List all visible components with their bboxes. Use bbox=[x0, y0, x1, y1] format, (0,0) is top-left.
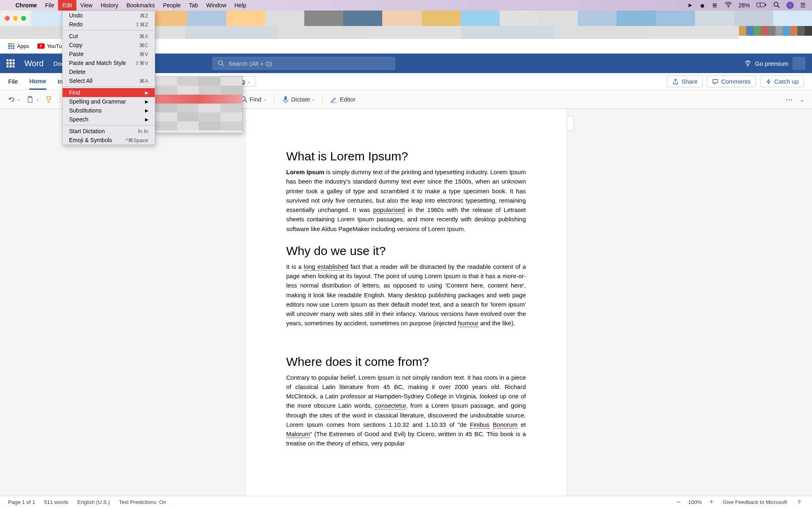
collapse-ribbon-button[interactable]: ⌄ bbox=[800, 96, 805, 103]
avatar[interactable] bbox=[793, 57, 806, 70]
page-indicator[interactable]: Page 1 of 1 bbox=[8, 499, 35, 505]
share-icon bbox=[672, 78, 679, 85]
menu-copy[interactable]: Copy⌘C bbox=[63, 41, 155, 50]
help-button[interactable]: ? bbox=[795, 499, 804, 505]
menu-separator bbox=[63, 86, 155, 87]
menu-speech[interactable]: Speech▶ bbox=[63, 115, 155, 124]
wifi-icon[interactable] bbox=[725, 2, 732, 9]
editor-icon bbox=[330, 95, 338, 104]
apps-icon bbox=[8, 43, 15, 50]
battery-percent: 28% bbox=[738, 2, 750, 9]
menu-window[interactable]: Window bbox=[202, 0, 230, 11]
svg-line-6 bbox=[222, 65, 224, 67]
app-name[interactable]: Chrome bbox=[11, 2, 41, 9]
find-button[interactable]: Find⌄ bbox=[240, 95, 266, 104]
doc-paragraph-2[interactable]: It is a long established fact that a rea… bbox=[286, 262, 526, 328]
tab-home[interactable]: Home bbox=[29, 73, 46, 90]
menu-paste[interactable]: Paste⌘V bbox=[63, 50, 155, 58]
menu-paste-match[interactable]: Paste and Match Style⇧⌘V bbox=[63, 58, 155, 67]
document-page[interactable]: What is Lorem Ipsum? Lorem Ipsum is simp… bbox=[246, 109, 567, 499]
svg-point-3 bbox=[774, 2, 778, 6]
menu-find[interactable]: Find▶ bbox=[63, 88, 155, 97]
doc-heading-1[interactable]: What is Lorem Ipsum? bbox=[286, 149, 526, 163]
language-indicator[interactable]: English (U.S.) bbox=[77, 499, 110, 505]
status-bar: Page 1 of 1 511 words English (U.S.) Tex… bbox=[0, 496, 812, 508]
comments-button[interactable]: Comments bbox=[707, 76, 756, 87]
text-predictions-indicator[interactable]: Text Predictions: On bbox=[119, 499, 166, 505]
zoom-in-button[interactable]: + bbox=[708, 498, 716, 506]
maximize-window-button[interactable] bbox=[21, 16, 26, 21]
app-launcher-icon[interactable] bbox=[6, 59, 15, 67]
extension-icons[interactable] bbox=[739, 26, 812, 36]
menu-tab[interactable]: Tab bbox=[185, 0, 202, 11]
svg-point-5 bbox=[218, 61, 222, 65]
tab-file[interactable]: File bbox=[8, 73, 18, 90]
menu-redo[interactable]: Redo⇧⌘Z bbox=[63, 20, 155, 29]
feedback-link[interactable]: Give Feedback to Microsoft bbox=[723, 499, 787, 505]
battery-charging-icon[interactable] bbox=[756, 2, 767, 9]
menu-help[interactable]: Help bbox=[230, 0, 250, 11]
search-input[interactable]: Search (Alt + Q) bbox=[212, 57, 395, 70]
ruler-tab[interactable] bbox=[567, 116, 574, 131]
paste-button[interactable]: ⌄ bbox=[26, 95, 39, 104]
menu-emoji[interactable]: Emoji & Symbols^⌘Space bbox=[63, 136, 155, 145]
find-submenu[interactable] bbox=[155, 76, 243, 133]
go-premium-button[interactable]: Go premium bbox=[744, 60, 788, 67]
share-button[interactable]: Share bbox=[667, 76, 703, 87]
menu-dictation[interactable]: Start Dictationfn fn bbox=[63, 127, 155, 136]
chevron-right-icon: ▶ bbox=[145, 117, 148, 122]
search-icon[interactable] bbox=[773, 2, 780, 9]
undo-button[interactable]: ⌄ bbox=[7, 95, 20, 104]
word-brand[interactable]: Word bbox=[24, 59, 43, 68]
dictate-button[interactable]: Dictate⌄ bbox=[281, 95, 315, 104]
editor-button[interactable]: Editor bbox=[330, 95, 355, 104]
chevron-right-icon: ▶ bbox=[145, 108, 148, 113]
catchup-button[interactable]: Catch up bbox=[760, 76, 804, 87]
menu-undo[interactable]: Undo⌘Z bbox=[63, 11, 155, 20]
document-canvas[interactable]: What is Lorem Ipsum? Lorem Ipsum is simp… bbox=[0, 109, 812, 499]
menu-separator bbox=[63, 125, 155, 125]
lightning-icon bbox=[765, 78, 772, 85]
apps-label: Apps bbox=[17, 43, 29, 49]
menu-view[interactable]: View bbox=[76, 0, 97, 11]
menu-delete[interactable]: Delete bbox=[63, 67, 155, 76]
svg-rect-2 bbox=[765, 4, 766, 6]
quickshare-icon[interactable]: ➤ bbox=[687, 2, 693, 9]
comment-icon bbox=[712, 78, 719, 85]
menu-edit[interactable]: Edit bbox=[58, 0, 76, 11]
menu-people[interactable]: People bbox=[159, 0, 185, 11]
minimize-window-button[interactable] bbox=[13, 16, 18, 21]
zoom-controls: − 100% + bbox=[674, 498, 715, 506]
search-placeholder: Search (Alt + Q) bbox=[228, 60, 272, 67]
control-center-icon[interactable]: ☰ bbox=[800, 2, 806, 9]
zoom-out-button[interactable]: − bbox=[674, 498, 682, 506]
doc-paragraph-3[interactable]: Contrary to popular belief, Lorem Ipsum … bbox=[286, 373, 526, 448]
doc-heading-3[interactable]: Where does it come from? bbox=[286, 355, 526, 369]
close-window-button[interactable] bbox=[5, 16, 10, 21]
menu-cut[interactable]: Cut⌘X bbox=[63, 32, 155, 41]
menu-spelling[interactable]: Spelling and Grammar▶ bbox=[63, 97, 155, 106]
menu-separator bbox=[63, 30, 155, 30]
word-count[interactable]: 511 words bbox=[44, 499, 69, 505]
menu-select-all[interactable]: Select All⌘A bbox=[63, 76, 155, 85]
format-painter-button[interactable] bbox=[45, 95, 53, 104]
zoom-level[interactable]: 100% bbox=[688, 499, 702, 505]
menu-bookmarks[interactable]: Bookmarks bbox=[122, 0, 159, 11]
mic-icon bbox=[281, 95, 290, 104]
apps-shortcut[interactable]: Apps bbox=[8, 43, 29, 50]
menu-history[interactable]: History bbox=[97, 0, 123, 11]
shield-icon[interactable]: ⛨ bbox=[712, 2, 718, 9]
macos-menubar: Chrome File Edit View History Bookmarks … bbox=[0, 0, 812, 11]
siri-icon[interactable] bbox=[786, 2, 794, 9]
doc-paragraph-1[interactable]: Lorem Ipsum is simply dummy text of the … bbox=[286, 167, 526, 233]
menu-substitutions[interactable]: Substitutions▶ bbox=[63, 106, 155, 115]
diamond-icon bbox=[744, 60, 751, 67]
window-controls bbox=[0, 11, 31, 26]
face-icon[interactable]: ☻ bbox=[699, 2, 706, 9]
doc-heading-2[interactable]: Why do we use it? bbox=[286, 244, 526, 258]
menu-file[interactable]: File bbox=[41, 0, 58, 11]
more-options-button[interactable]: ··· bbox=[786, 95, 793, 104]
svg-line-35 bbox=[245, 100, 247, 102]
svg-rect-36 bbox=[284, 96, 287, 100]
chevron-right-icon: ▶ bbox=[145, 90, 148, 95]
